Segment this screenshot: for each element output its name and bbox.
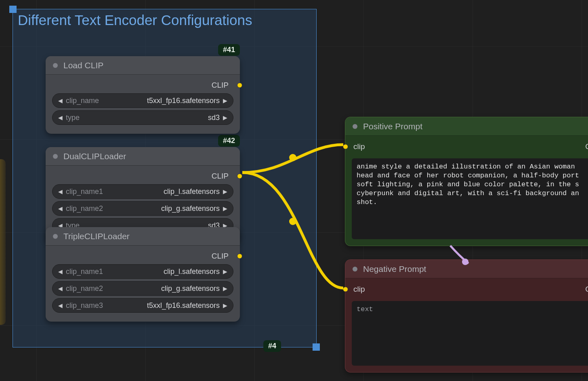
node-header[interactable]: DualCLIPLoader [46,147,240,166]
prompt-textarea[interactable]: anime style a detailed illustration of a… [352,158,588,239]
output-label: CLIP [212,172,229,181]
prompt-textarea[interactable]: text [352,301,588,366]
chevron-left-icon[interactable]: ◀ [58,268,63,275]
output-port-clip[interactable] [237,174,242,179]
widget-label: clip_name2 [66,284,103,293]
node-collapse-icon[interactable] [353,124,357,129]
node-title: Positive Prompt [363,122,422,131]
widget-value: sd3 [208,114,220,122]
chevron-left-icon[interactable]: ◀ [58,205,63,212]
output-port-clip[interactable] [237,254,242,259]
node-load-clip[interactable]: Load CLIP CLIP ◀clip_name t5xxl_fp16.saf… [46,56,240,134]
chevron-left-icon[interactable]: ◀ [58,188,63,195]
output-label-conditioning: C [585,142,588,151]
input-label-clip: clip [353,142,365,151]
widget-clip-name1[interactable]: ◀clip_name1 clip_l.safetensors▶ [52,184,233,199]
node-header[interactable]: Load CLIP [46,56,240,75]
group-title: Different Text Encoder Configurations [18,12,252,28]
input-port-clip[interactable] [343,144,348,149]
widget-label: clip_name1 [66,267,103,276]
widget-label: clip_name1 [66,187,103,196]
node-collapse-icon[interactable] [353,267,357,272]
input-port-clip[interactable] [343,287,348,292]
node-collapse-icon[interactable] [53,63,58,68]
widget-value: clip_l.safetensors [164,267,220,276]
widget-label: clip_name2 [66,204,103,213]
widget-value: t5xxl_fp16.safetensors [147,301,220,310]
node-title: TripleCLIPLoader [63,232,130,241]
output-clip: CLIP [52,250,233,262]
widget-value: clip_l.safetensors [164,187,220,196]
chevron-left-icon[interactable]: ◀ [58,285,63,292]
output-label-conditioning: C [585,285,588,294]
widget-label: clip_name [66,97,99,105]
node-collapse-icon[interactable] [53,234,58,239]
input-label-clip: clip [353,285,365,294]
chevron-right-icon[interactable]: ▶ [223,205,227,212]
chevron-left-icon[interactable]: ◀ [58,114,63,121]
node-header[interactable]: TripleCLIPLoader [46,227,240,246]
node-title: Load CLIP [63,61,103,70]
output-clip: CLIP [52,80,233,91]
widget-clip-name1[interactable]: ◀clip_name1 clip_l.safetensors▶ [52,264,233,279]
widget-clip-name2[interactable]: ◀clip_name2 clip_g.safetensors▶ [52,281,233,296]
widget-clip-name[interactable]: ◀clip_name t5xxl_fp16.safetensors▶ [52,93,233,108]
chevron-right-icon[interactable]: ▶ [223,302,227,309]
chevron-left-icon[interactable]: ◀ [58,302,63,309]
output-port-clip[interactable] [237,83,242,88]
widget-label: type [66,114,80,122]
output-label: CLIP [212,252,229,261]
group-id-badge-4: #4 [263,340,281,352]
io-row: clip C [352,283,588,295]
io-row: clip C [352,141,588,153]
node-title: DualCLIPLoader [63,152,126,161]
node-positive-prompt[interactable]: Positive Prompt clip C anime style a det… [345,117,588,246]
chevron-right-icon[interactable]: ▶ [223,114,227,121]
node-id-badge-42: #42 [218,135,240,147]
chevron-left-icon[interactable]: ◀ [58,97,63,104]
widget-clip-name2[interactable]: ◀clip_name2 clip_g.safetensors▶ [52,201,233,216]
chevron-right-icon[interactable]: ▶ [223,97,227,104]
offscreen-node-sliver [0,159,6,325]
widget-value: clip_g.safetensors [161,284,220,293]
output-label: CLIP [212,81,229,90]
widget-type[interactable]: ◀type sd3▶ [52,110,233,125]
chevron-right-icon[interactable]: ▶ [223,285,227,292]
widget-label: clip_name3 [66,301,103,310]
widget-value: clip_g.safetensors [161,204,220,213]
node-collapse-icon[interactable] [53,154,58,159]
chevron-right-icon[interactable]: ▶ [223,188,227,195]
output-clip: CLIP [52,171,233,182]
node-header[interactable]: Negative Prompt [345,260,588,278]
chevron-right-icon[interactable]: ▶ [223,268,227,275]
node-header[interactable]: Positive Prompt [345,117,588,136]
node-title: Negative Prompt [363,264,426,274]
node-negative-prompt[interactable]: Negative Prompt clip C text [345,259,588,373]
widget-value: t5xxl_fp16.safetensors [147,97,220,105]
widget-clip-name3[interactable]: ◀clip_name3 t5xxl_fp16.safetensors▶ [52,298,233,313]
node-id-badge-41: #41 [218,44,240,56]
node-triple-clip-loader[interactable]: TripleCLIPLoader CLIP ◀clip_name1 clip_l… [46,227,240,322]
